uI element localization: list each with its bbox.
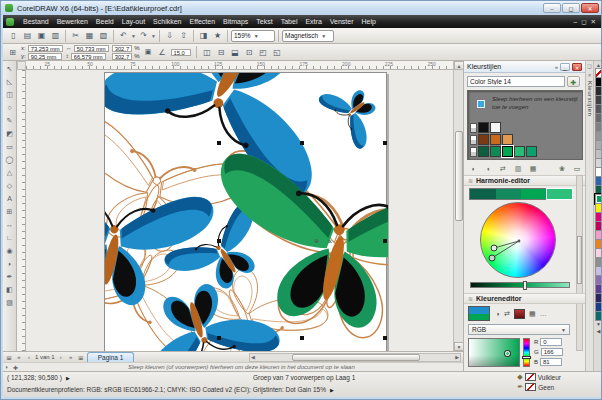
- rotation-center-icon[interactable]: ⊕: [314, 238, 319, 244]
- menu-bewerken[interactable]: Bewerken: [53, 15, 92, 28]
- pin-docker-icon[interactable]: ❑: [587, 63, 591, 69]
- mirror-horizontal-icon[interactable]: ◫: [202, 48, 213, 57]
- welcome-screen-button[interactable]: ★: [211, 29, 224, 42]
- drawing-canvas[interactable]: .bf-blue{--uw:#1f8dc9;--dw:#0a5a96;--lw:…: [26, 70, 453, 351]
- color-style-drop-area[interactable]: Sleep hierheen om een kleurstijl toe te …: [467, 90, 583, 160]
- redo-button[interactable]: ↷: [137, 29, 150, 42]
- fill-tool[interactable]: ◧: [4, 284, 16, 296]
- hue-thumb[interactable]: [522, 356, 531, 359]
- color-style-swatch[interactable]: [478, 122, 489, 133]
- import-button[interactable]: ⇩: [163, 29, 176, 42]
- color-style-swatch[interactable]: [502, 134, 513, 145]
- menu-bitmaps[interactable]: Bitmaps: [219, 15, 252, 28]
- redo-button-dropdown-icon[interactable]: ▼: [151, 33, 156, 39]
- color-style-swatch[interactable]: [490, 146, 501, 157]
- polygon-tool[interactable]: △: [4, 167, 16, 179]
- menu-effecten[interactable]: Effecten: [186, 15, 220, 28]
- status-flyout-icon[interactable]: ▶: [330, 387, 334, 393]
- document-palette[interactable]: ◗ ✚ Sleep kleuren (of voorwerpen) hierhe…: [3, 362, 463, 371]
- harmony-strip-color[interactable]: [470, 189, 496, 199]
- palette-scroll-down-icon[interactable]: ▼: [596, 321, 601, 328]
- scroll-right-icon[interactable]: ▶: [455, 354, 459, 361]
- harmony-strip-color[interactable]: [547, 189, 573, 199]
- color-style-swatch[interactable]: [526, 146, 537, 157]
- harmony-editor-header[interactable]: ≋ Harmonie-editor ▲: [464, 175, 585, 186]
- crop-tool[interactable]: ◫: [4, 89, 16, 101]
- docker-menu-icon[interactable]: »: [555, 64, 558, 70]
- style-name-input[interactable]: [467, 76, 565, 87]
- canvas-horizontal-scrollbar[interactable]: ◀ ▶: [249, 353, 461, 362]
- undo-button[interactable]: ↶: [117, 29, 130, 42]
- object-width-field[interactable]: 50,733 mm: [74, 45, 109, 52]
- document-restore-icon[interactable]: ◻: [581, 18, 586, 26]
- menu-tekst[interactable]: Tekst: [252, 15, 276, 28]
- selection-handle[interactable]: [300, 336, 304, 340]
- add-page-icon[interactable]: ⊞: [77, 354, 85, 361]
- harmony-folder-icon[interactable]: [470, 123, 477, 133]
- undo-button-dropdown-icon[interactable]: ▼: [131, 33, 136, 39]
- swap-colors-icon[interactable]: ⇄: [504, 310, 510, 318]
- blue-butterfly-bottom[interactable]: [122, 267, 283, 351]
- docker-close-button[interactable]: ✕: [572, 63, 582, 71]
- last-page-icon[interactable]: »: [67, 354, 75, 360]
- mirror-vertical-icon[interactable]: ⊟: [216, 48, 227, 57]
- wrap-text-icon[interactable]: ⬓: [230, 48, 241, 57]
- color-style-swatch[interactable]: [490, 122, 501, 133]
- edit-shape-icon[interactable]: ⊡: [244, 48, 255, 57]
- wheel-handle[interactable]: [489, 255, 495, 261]
- eyedropper-icon[interactable]: ◗: [467, 163, 479, 174]
- menu-layout[interactable]: Lay-out: [118, 15, 149, 28]
- canvas-vertical-scrollbar[interactable]: ▲ ▼: [453, 61, 463, 351]
- menu-venster[interactable]: Venster: [326, 15, 358, 28]
- vertical-ruler[interactable]: [17, 70, 26, 351]
- page-tab[interactable]: Pagina 1: [87, 352, 135, 362]
- close-docker-icon[interactable]: ✕: [587, 72, 591, 78]
- snap-to-combo[interactable]: Magnetisch ▼: [282, 30, 334, 42]
- eyedropper-icon[interactable]: ◗: [496, 310, 500, 317]
- zoom-level-combo[interactable]: 159% ▼: [231, 30, 275, 42]
- scrollbar-thumb[interactable]: [577, 236, 582, 284]
- scrollbar-thumb[interactable]: [292, 354, 420, 361]
- interactive-fill-tool[interactable]: ▨: [4, 297, 16, 309]
- first-page-icon[interactable]: «: [15, 354, 23, 360]
- table-tool[interactable]: ⊞: [4, 206, 16, 218]
- g-value-field[interactable]: 166: [541, 348, 563, 356]
- connector-tool[interactable]: ∟: [4, 232, 16, 244]
- pick-tool[interactable]: ↖: [4, 63, 16, 75]
- cut-button[interactable]: ✂: [69, 29, 82, 42]
- gradient-style-icon[interactable]: ▥: [512, 163, 524, 174]
- selection-handle[interactable]: [217, 239, 221, 243]
- document-minimize-icon[interactable]: ‒: [574, 18, 578, 26]
- text-tool[interactable]: A: [4, 193, 16, 205]
- app-launcher-button[interactable]: ◨: [197, 29, 210, 42]
- butterfly-artwork[interactable]: .bf-blue{--uw:#1f8dc9;--dw:#0a5a96;--lw:…: [105, 73, 388, 351]
- selection-handle[interactable]: [383, 239, 387, 243]
- new-button[interactable]: ▯: [7, 29, 20, 42]
- docker-collapse-button[interactable]: ▁: [560, 63, 570, 71]
- color-style-swatch[interactable]: [502, 146, 513, 157]
- color-style-swatch[interactable]: [490, 134, 501, 145]
- color-model-select[interactable]: RGB ▼: [468, 324, 570, 335]
- selection-center-mark[interactable]: ×: [328, 238, 332, 245]
- menu-extra[interactable]: Extra: [301, 15, 325, 28]
- sv-selector-dot[interactable]: [505, 351, 510, 356]
- scroll-left-icon[interactable]: ◀: [251, 354, 255, 361]
- palette-expand-icon[interactable]: ◀: [597, 328, 601, 335]
- selection-handle[interactable]: [300, 141, 304, 145]
- color-viewer-icon[interactable]: [514, 309, 525, 319]
- object-height-field[interactable]: 66,579 mm: [71, 53, 106, 60]
- menu-tabel[interactable]: Tabel: [277, 15, 302, 28]
- harmony-strip-color[interactable]: [496, 189, 522, 199]
- harmony-strip-color[interactable]: [521, 189, 547, 199]
- x-position-field[interactable]: 73,253 mm: [28, 45, 63, 52]
- hue-slider[interactable]: [523, 338, 530, 367]
- selection-handle[interactable]: [217, 336, 221, 340]
- rotation-angle-field[interactable]: 15,0: [171, 49, 191, 56]
- scale-h-field[interactable]: 302,7: [112, 45, 133, 52]
- copy-button[interactable]: ▦: [83, 29, 96, 42]
- palette-swatch[interactable]: [595, 311, 602, 321]
- paste-button[interactable]: ▧: [97, 29, 110, 42]
- add-page-icon[interactable]: ⊞: [5, 354, 13, 361]
- document-page[interactable]: .bf-blue{--uw:#1f8dc9;--dw:#0a5a96;--lw:…: [104, 72, 387, 351]
- ellipse-tool[interactable]: ◯: [4, 154, 16, 166]
